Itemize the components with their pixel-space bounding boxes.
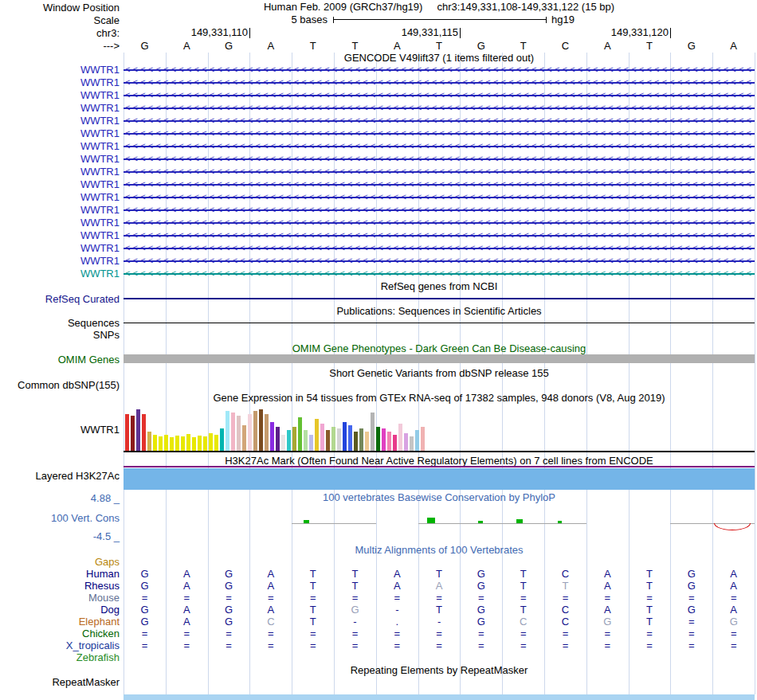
species-label-human[interactable]: Human <box>0 568 120 580</box>
gtex-bar[interactable] <box>382 428 386 451</box>
gtex-bar[interactable] <box>253 411 257 451</box>
gencode-item-label[interactable]: WWTR1 <box>0 64 120 76</box>
gencode-item-label[interactable]: WWTR1 <box>0 255 120 268</box>
gtex-bar[interactable] <box>237 416 241 451</box>
gtex-bar[interactable] <box>164 435 168 451</box>
snps-label[interactable]: SNPs <box>0 329 120 341</box>
refseq-curated-track[interactable] <box>124 298 755 299</box>
species-label-zebrafish[interactable]: Zebrafish <box>0 651 120 663</box>
gencode-item-label[interactable]: WWTR1 <box>0 115 120 127</box>
gtex-bar[interactable] <box>270 422 274 451</box>
gtex-bar[interactable] <box>410 436 414 451</box>
gencode-item-label[interactable]: WWTR1 <box>0 191 120 204</box>
gencode-transcript-row[interactable]: <<<<<<<<<<<<<<<<<<<<<<<<<<<<<<<<<<<<<<<<… <box>124 127 755 140</box>
dbsnp-label[interactable]: Common dbSNP(155) <box>0 379 120 391</box>
gtex-bar[interactable] <box>198 436 202 451</box>
gtex-bar[interactable] <box>153 435 157 451</box>
gtex-bar[interactable] <box>248 414 252 451</box>
alignment-row-gaps[interactable] <box>124 556 755 568</box>
gencode-transcript-row[interactable]: <<<<<<<<<<<<<<<<<<<<<<<<<<<<<<<<<<<<<<<<… <box>124 166 755 178</box>
gtex-bar[interactable] <box>214 435 218 451</box>
species-label-mouse[interactable]: Mouse <box>0 592 120 604</box>
gtex-bar[interactable] <box>159 436 163 451</box>
gtex-bar[interactable] <box>393 435 397 451</box>
gtex-bar[interactable] <box>343 422 347 451</box>
gencode-transcript-row[interactable]: <<<<<<<<<<<<<<<<<<<<<<<<<<<<<<<<<<<<<<<<… <box>124 89 755 102</box>
gtex-bar[interactable] <box>203 436 207 451</box>
gtex-bar[interactable] <box>309 435 313 451</box>
gencode-item-label[interactable]: WWTR1 <box>0 89 120 102</box>
h3k27ac-signal[interactable] <box>124 468 755 490</box>
gtex-bar[interactable] <box>281 435 285 451</box>
gtex-bar[interactable] <box>292 427 296 451</box>
gtex-gene-label[interactable]: WWTR1 <box>0 424 120 436</box>
gtex-bar[interactable] <box>320 424 324 451</box>
gtex-bar[interactable] <box>304 430 308 451</box>
species-label-dog[interactable]: Dog <box>0 604 120 616</box>
gtex-bar[interactable] <box>265 414 269 451</box>
gencode-transcript-row[interactable]: <<<<<<<<<<<<<<<<<<<<<<<<<<<<<<<<<<<<<<<<… <box>124 140 755 153</box>
gencode-transcript-row[interactable]: <<<<<<<<<<<<<<<<<<<<<<<<<<<<<<<<<<<<<<<<… <box>124 255 755 268</box>
gencode-transcript-row[interactable]: <<<<<<<<<<<<<<<<<<<<<<<<<<<<<<<<<<<<<<<<… <box>124 153 755 166</box>
gtex-bar[interactable] <box>226 411 229 451</box>
gtex-bar[interactable] <box>231 413 235 451</box>
gtex-bar[interactable] <box>359 428 363 451</box>
conservation-dip[interactable] <box>714 523 751 530</box>
alignment-row-dog[interactable]: GAGATG-TGTCATGA <box>124 604 755 616</box>
gtex-bar[interactable] <box>387 432 391 451</box>
alignment-row-zebrafish[interactable] <box>124 651 755 663</box>
alignment-row-human[interactable]: GAGATTATGTCATGA <box>124 568 755 580</box>
gtex-bar[interactable] <box>354 432 358 451</box>
gencode-item-label[interactable]: WWTR1 <box>0 242 120 255</box>
gencode-item-label[interactable]: WWTR1 <box>0 153 120 166</box>
species-label-x_tropicalis[interactable]: X_tropicalis <box>0 639 120 651</box>
gencode-transcript-row[interactable]: <<<<<<<<<<<<<<<<<<<<<<<<<<<<<<<<<<<<<<<<… <box>124 268 755 280</box>
refseq-curated-label[interactable]: RefSeq Curated <box>0 293 120 305</box>
omim-track-bar[interactable] <box>124 354 755 363</box>
omim-genes-label[interactable]: OMIM Genes <box>0 354 120 366</box>
gtex-bar[interactable] <box>170 437 174 451</box>
gtex-bar[interactable] <box>371 413 375 451</box>
alignment-row-mouse[interactable]: =============== <box>124 592 755 604</box>
gtex-bar[interactable] <box>192 437 196 451</box>
gtex-bar[interactable] <box>298 417 302 451</box>
conservation-peak[interactable] <box>558 521 562 523</box>
gtex-bar[interactable] <box>337 428 341 451</box>
species-label-gaps[interactable]: Gaps <box>0 556 120 568</box>
conservation-track-label[interactable]: 100 Vert. Cons <box>0 512 120 524</box>
gencode-transcript-row[interactable]: <<<<<<<<<<<<<<<<<<<<<<<<<<<<<<<<<<<<<<<<… <box>124 217 755 229</box>
gencode-item-label[interactable]: WWTR1 <box>0 140 120 153</box>
alignment-row-rhesus[interactable]: GAGATTAAGTTATGA <box>124 580 755 592</box>
conservation-peak[interactable] <box>516 519 523 523</box>
repeatmasker-label[interactable]: RepeatMasker <box>0 676 120 688</box>
gtex-bar[interactable] <box>365 432 369 451</box>
gencode-item-label[interactable]: WWTR1 <box>0 204 120 217</box>
alignment-row-chicken[interactable]: =============== <box>124 628 755 639</box>
gtex-bar[interactable] <box>376 427 380 451</box>
gtex-bar[interactable] <box>276 427 280 451</box>
gencode-item-label[interactable]: WWTR1 <box>0 76 120 89</box>
gtex-bar[interactable] <box>209 433 213 451</box>
gtex-bar[interactable] <box>186 434 190 451</box>
gtex-bar[interactable] <box>287 430 291 451</box>
gtex-bar[interactable] <box>398 424 402 451</box>
alignment-row-x_tropicalis[interactable]: =============== <box>124 639 755 651</box>
alignment-row-elephant[interactable]: GAGCT-.-GCCGT=G <box>124 616 755 628</box>
gtex-bar[interactable] <box>326 430 330 451</box>
gtex-bar[interactable] <box>142 414 146 451</box>
gtex-bar[interactable] <box>125 414 129 451</box>
gtex-bar[interactable] <box>147 432 151 451</box>
sequences-track[interactable] <box>124 323 755 323</box>
gtex-bar[interactable] <box>415 430 419 451</box>
gtex-bar[interactable] <box>242 425 246 451</box>
gencode-transcript-row[interactable]: <<<<<<<<<<<<<<<<<<<<<<<<<<<<<<<<<<<<<<<<… <box>124 178 755 191</box>
gencode-transcript-row[interactable]: <<<<<<<<<<<<<<<<<<<<<<<<<<<<<<<<<<<<<<<<… <box>124 191 755 204</box>
conservation-peak[interactable] <box>478 521 483 523</box>
gencode-item-label[interactable]: WWTR1 <box>0 127 120 140</box>
gtex-bar[interactable] <box>136 409 140 451</box>
gencode-transcript-row[interactable]: <<<<<<<<<<<<<<<<<<<<<<<<<<<<<<<<<<<<<<<<… <box>124 64 755 76</box>
gtex-bar[interactable] <box>131 416 135 451</box>
gencode-item-label[interactable]: WWTR1 <box>0 166 120 178</box>
gtex-bar[interactable] <box>331 427 335 451</box>
gencode-transcript-row[interactable]: <<<<<<<<<<<<<<<<<<<<<<<<<<<<<<<<<<<<<<<<… <box>124 229 755 242</box>
